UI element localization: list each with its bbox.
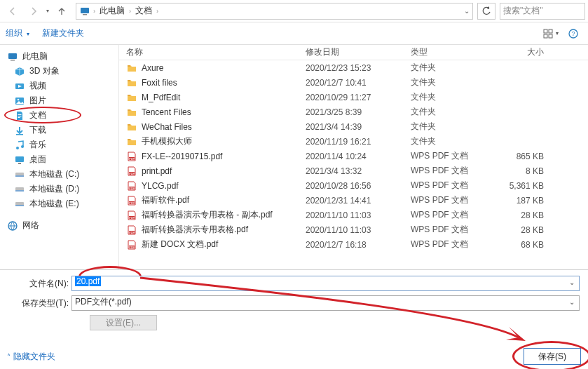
col-type[interactable]: 类型 bbox=[404, 46, 486, 58]
sidebar-item-3d[interactable]: 3D 对象 bbox=[0, 64, 118, 79]
file-row[interactable]: WeChat Files2021/3/4 14:39文件夹 bbox=[119, 119, 588, 134]
file-name: 福昕转换器演示专用表格 - 副本.pdf bbox=[142, 209, 273, 221]
pdf-icon: PDF bbox=[126, 180, 137, 192]
sidebar-item-doc[interactable]: 文档 bbox=[0, 108, 118, 123]
file-date: 2021/3/4 14:39 bbox=[299, 122, 404, 132]
file-row[interactable]: M_PdfEdit2020/10/29 11:27文件夹 bbox=[119, 90, 588, 105]
sidebar-item-disk[interactable]: 本地磁盘 (C:) bbox=[0, 167, 118, 182]
folder-icon bbox=[126, 107, 137, 118]
file-size: 5,361 KB bbox=[486, 181, 556, 191]
sidebar-item-label: 桌面 bbox=[29, 154, 46, 166]
file-size: 68 KB bbox=[486, 240, 556, 250]
save-button[interactable]: 保存(S) bbox=[524, 348, 581, 365]
search-input[interactable]: 搜索"文档" bbox=[500, 3, 585, 20]
sidebar-item-pic[interactable]: 图片 bbox=[0, 93, 118, 108]
svg-rect-32 bbox=[128, 124, 130, 126]
pic-icon bbox=[14, 95, 25, 107]
svg-point-17 bbox=[16, 147, 19, 149]
svg-rect-19 bbox=[15, 156, 24, 162]
file-name: 新建 DOCX 文档.pdf bbox=[142, 239, 218, 250]
col-size[interactable]: 大小 bbox=[486, 46, 556, 58]
file-row[interactable]: PDF福昕转换器演示专用表格 - 副本.pdf2020/11/10 11:03W… bbox=[119, 208, 588, 222]
address-bar[interactable]: ›此电脑›文档› ⌄ bbox=[76, 3, 473, 20]
sidebar-item-music[interactable]: 音乐 bbox=[0, 137, 118, 152]
pdf-icon: PDF bbox=[126, 195, 137, 206]
savetype-select[interactable]: PDF文件(*.pdf) ⌄ bbox=[71, 295, 580, 311]
savetype-label: 保存类型(T): bbox=[18, 297, 71, 309]
svg-text:PDF: PDF bbox=[129, 171, 135, 175]
organize-menu[interactable]: 组织▾ bbox=[6, 27, 29, 39]
footer: ˄ 隐藏文件夹 保存(S) bbox=[0, 348, 588, 365]
main-area: 此电脑 3D 对象视频图片文档下载音乐桌面本地磁盘 (C:)本地磁盘 (D:)本… bbox=[0, 45, 588, 269]
file-row[interactable]: PDFprint.pdf2021/3/4 13:32WPS PDF 文档8 KB bbox=[119, 163, 588, 178]
savetype-value: PDF文件(*.pdf) bbox=[75, 297, 132, 307]
addrbar-dropdown-icon[interactable]: ⌄ bbox=[464, 7, 470, 15]
col-name[interactable]: 名称 bbox=[119, 46, 299, 58]
refresh-button[interactable] bbox=[477, 3, 495, 20]
up-button[interactable] bbox=[52, 3, 71, 20]
file-row[interactable]: PDF福昕转换器演示专用表格.pdf2020/11/10 11:03WPS PD… bbox=[119, 222, 588, 237]
help-button[interactable]: ? bbox=[564, 26, 582, 41]
crumb-folder[interactable]: 文档 bbox=[135, 5, 152, 17]
file-date: 2020/12/23 15:23 bbox=[299, 63, 404, 73]
file-row[interactable]: Tencent Files2021/3/25 8:39文件夹 bbox=[119, 105, 588, 119]
file-name: Foxit files bbox=[142, 78, 177, 88]
pc-icon bbox=[7, 51, 18, 62]
new-folder-button[interactable]: 新建文件夹 bbox=[42, 27, 84, 39]
sidebar-item-disk[interactable]: 本地磁盘 (E:) bbox=[0, 196, 118, 211]
file-row[interactable]: PDF新建 DOCX 文档.pdf2020/12/7 16:18WPS PDF … bbox=[119, 237, 588, 252]
file-name: 福昕转换器演示专用表格.pdf bbox=[142, 224, 248, 236]
file-type: 文件夹 bbox=[404, 135, 486, 147]
svg-rect-2 bbox=[544, 29, 547, 33]
svg-point-18 bbox=[21, 145, 24, 148]
chevron-up-icon: ˄ bbox=[7, 353, 11, 361]
svg-point-12 bbox=[18, 98, 20, 100]
svg-text:PDF: PDF bbox=[129, 230, 135, 234]
down-icon bbox=[14, 125, 25, 136]
file-row[interactable]: PDFFX-LE--20190715.pdf2020/11/4 10:24WPS… bbox=[119, 149, 588, 163]
crumb-root[interactable]: 此电脑 bbox=[100, 5, 125, 17]
svg-rect-33 bbox=[128, 139, 130, 140]
sidebar-network[interactable]: 网络 bbox=[0, 218, 118, 233]
file-date: 2020/11/4 10:24 bbox=[299, 152, 404, 161]
file-date: 2020/10/28 16:56 bbox=[299, 181, 404, 191]
file-type: WPS PDF 文档 bbox=[404, 224, 486, 236]
file-date: 2020/12/31 14:41 bbox=[299, 196, 404, 206]
file-row[interactable]: 手机模拟大师2020/11/19 16:21文件夹 bbox=[119, 134, 588, 149]
sidebar-item-video[interactable]: 视频 bbox=[0, 79, 118, 93]
sidebar-item-disk[interactable]: 本地磁盘 (D:) bbox=[0, 182, 118, 196]
folder-icon bbox=[126, 121, 137, 133]
svg-text:?: ? bbox=[571, 30, 575, 37]
file-name: M_PdfEdit bbox=[142, 93, 180, 102]
sidebar-this-pc[interactable]: 此电脑 bbox=[0, 49, 118, 64]
disk-icon bbox=[14, 184, 25, 195]
hide-folders-link[interactable]: ˄ 隐藏文件夹 bbox=[7, 351, 55, 363]
dropdown-icon[interactable]: ⌄ bbox=[569, 279, 575, 286]
view-mode-button[interactable]: ▾ bbox=[542, 26, 560, 41]
folder-icon bbox=[126, 136, 137, 147]
history-dropdown-icon[interactable]: ▾ bbox=[46, 8, 49, 14]
dropdown-icon[interactable]: ⌄ bbox=[569, 298, 575, 306]
forward-button[interactable] bbox=[24, 3, 43, 20]
file-name: WeChat Files bbox=[142, 122, 192, 132]
back-button[interactable] bbox=[3, 3, 22, 20]
svg-rect-15 bbox=[18, 117, 20, 118]
svg-rect-22 bbox=[15, 175, 24, 177]
sidebar-item-down[interactable]: 下载 bbox=[0, 123, 118, 137]
settings-button[interactable]: 设置(E)... bbox=[90, 315, 157, 330]
file-row[interactable]: PDF福昕软件.pdf2020/12/31 14:41WPS PDF 文档187… bbox=[119, 193, 588, 208]
sidebar-item-desk[interactable]: 桌面 bbox=[0, 152, 118, 167]
toolbar-second: 组织▾ 新建文件夹 ▾ ? bbox=[0, 22, 588, 45]
file-type: WPS PDF 文档 bbox=[404, 165, 486, 177]
file-row[interactable]: PDFYLCG.pdf2020/10/28 16:56WPS PDF 文档5,3… bbox=[119, 178, 588, 193]
filename-input[interactable]: 20.pdf ⌄ bbox=[71, 276, 580, 291]
file-row[interactable]: Foxit files2020/12/7 10:41文件夹 bbox=[119, 75, 588, 90]
folder-icon bbox=[126, 62, 137, 74]
file-row[interactable]: Axure2020/12/23 15:23文件夹 bbox=[119, 60, 588, 75]
svg-rect-1 bbox=[83, 14, 87, 15]
sidebar-item-label: 文档 bbox=[29, 109, 46, 121]
col-date[interactable]: 修改日期 bbox=[299, 46, 404, 58]
sidebar-item-label: 3D 对象 bbox=[29, 65, 60, 77]
file-date: 2020/10/29 11:27 bbox=[299, 93, 404, 102]
network-icon bbox=[7, 220, 18, 232]
